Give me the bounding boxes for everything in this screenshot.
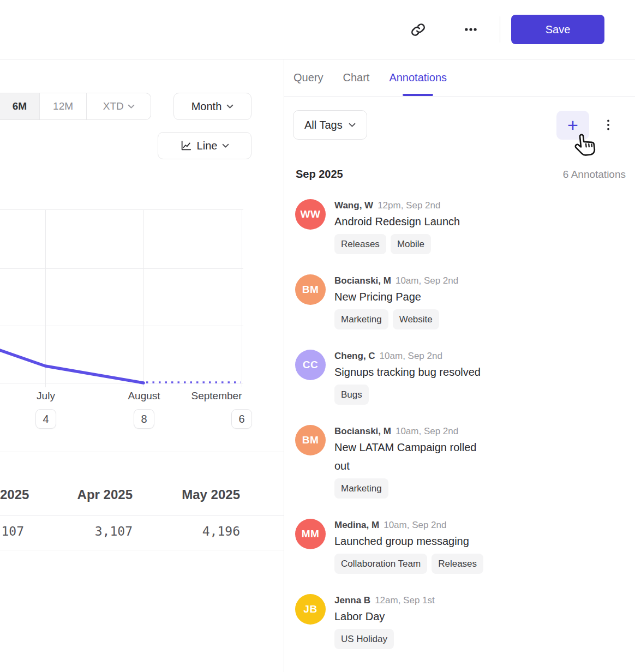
tag-filter-label: All Tags [304, 119, 343, 131]
annotation-item[interactable]: MMMedina, M10am, Sep 2ndLaunched group m… [295, 519, 626, 574]
table-cell-value: 4,196 [0, 524, 240, 538]
more-options-button[interactable] [459, 17, 483, 41]
x-axis-label: September [191, 390, 242, 402]
tab-label: Query [293, 71, 323, 84]
panel-tabs: QueryChartAnnotations [284, 59, 635, 97]
annotation-timestamp: 10am, Sep 2nd [396, 275, 458, 286]
range-option-xtd[interactable]: XTD [87, 93, 151, 119]
annotation-count-badge[interactable]: 8 [134, 409, 154, 429]
annotation-content: Bocianski, M10am, Sep 2ndNew LATAM Campa… [334, 425, 487, 499]
ellipsis-icon [464, 22, 478, 37]
annotation-meta-row: Medina, M10am, Sep 2nd [334, 519, 483, 532]
avatar: CC [295, 350, 326, 380]
x-axis-label: July [37, 390, 55, 402]
chevron-down-icon [349, 123, 356, 128]
main-split: 6M12MXTD Month Line JulyAugustSeptember … [0, 59, 635, 672]
annotation-meta-row: Wang, W12pm, Sep 2nd [334, 199, 460, 212]
annotation-item[interactable]: JBJenna B12am, Sep 1stLabor DayUS Holida… [295, 594, 626, 649]
annotation-item[interactable]: CCCheng, C10am, Sep 2ndSignups tracking … [295, 350, 626, 405]
tab-annotations[interactable]: Annotations [389, 59, 447, 96]
annotation-item[interactable]: BMBocianski, M10am, Sep 2ndNew LATAM Cam… [295, 425, 626, 499]
avatar: JB [295, 594, 326, 625]
annotation-tags: Marketing [334, 478, 487, 499]
annotation-content: Medina, M10am, Sep 2ndLaunched group mes… [334, 519, 483, 574]
annotation-item[interactable]: WWWang, W12pm, Sep 2ndAndroid Redesign L… [295, 199, 626, 254]
annotation-item[interactable]: BMBocianski, M10am, Sep 2ndNew Pricing P… [295, 274, 626, 329]
chevron-down-icon [222, 143, 229, 148]
annotation-tags: Bugs [334, 385, 481, 405]
tab-label: Annotations [389, 71, 447, 84]
granularity-dropdown[interactable]: Month [173, 93, 251, 120]
chevron-down-icon [128, 104, 135, 109]
header-divider [500, 16, 500, 43]
range-option-6m[interactable]: 6M [0, 93, 40, 119]
annotation-title: Launched group messaging [334, 532, 483, 550]
range-option-12m[interactable]: 12M [40, 93, 87, 119]
link-icon [411, 22, 426, 37]
chart-type-label: Line [197, 140, 218, 152]
annotation-author: Medina, M [334, 520, 379, 530]
range-option-label: XTD [103, 100, 124, 112]
annotation-title: Labor Day [334, 607, 435, 626]
tab-query[interactable]: Query [293, 59, 323, 96]
annotation-tag[interactable]: Releases [432, 554, 483, 574]
chevron-down-icon [226, 104, 233, 109]
annotation-content: Cheng, C10am, Sep 2ndSignups tracking bu… [334, 350, 481, 405]
annotation-tag[interactable]: Collaboration Team [334, 554, 427, 574]
annotation-tag[interactable]: Marketing [334, 478, 388, 499]
line-chart-icon [180, 140, 192, 152]
line-chart [0, 209, 243, 391]
annotation-tag[interactable]: Releases [334, 234, 386, 254]
annotation-content: Bocianski, M10am, Sep 2ndNew Pricing Pag… [334, 274, 458, 329]
annotation-author: Wang, W [334, 200, 373, 211]
annotation-timestamp: 12pm, Sep 2nd [378, 200, 440, 211]
annotation-title: Signups tracking bug resolved [334, 363, 481, 381]
annotation-meta-row: Jenna B12am, Sep 1st [334, 594, 435, 607]
annotation-count-badge[interactable]: 6 [231, 409, 252, 429]
annotation-title: New LATAM Campaign rolled out [334, 438, 487, 475]
range-option-label: 6M [13, 100, 27, 112]
annotation-tags: Collaboration TeamReleases [334, 554, 483, 574]
avatar: MM [295, 519, 326, 549]
save-button[interactable]: Save [511, 15, 604, 44]
table-divider [0, 515, 284, 516]
section-month-label: Sep 2025 [296, 168, 343, 181]
section-count-label: 6 Annotations [563, 169, 626, 181]
annotation-tags: MarketingWebsite [334, 309, 458, 329]
x-axis-label: August [128, 390, 160, 402]
active-tab-underline [403, 94, 433, 96]
annotation-timestamp: 10am, Sep 2nd [384, 520, 446, 530]
annotation-author: Bocianski, M [334, 426, 391, 436]
table-divider [0, 550, 284, 550]
annotation-tags: US Holiday [334, 629, 435, 649]
annotation-tag[interactable]: Mobile [391, 234, 431, 254]
chart-panel: 6M12MXTD Month Line JulyAugustSeptember … [0, 59, 284, 672]
annotations-toolbar: All Tags + [284, 110, 635, 140]
annotation-tag[interactable]: Website [393, 309, 439, 329]
copy-link-button[interactable] [406, 17, 430, 41]
chart-type-dropdown[interactable]: Line [158, 132, 251, 159]
annotation-tag[interactable]: US Holiday [334, 629, 394, 649]
annotation-meta-row: Bocianski, M10am, Sep 2nd [334, 274, 458, 287]
annotation-author: Bocianski, M [334, 275, 391, 286]
tab-label: Chart [343, 71, 369, 84]
annotation-author: Cheng, C [334, 351, 375, 361]
annotation-meta-row: Bocianski, M10am, Sep 2nd [334, 425, 487, 438]
annotation-tag[interactable]: Bugs [334, 385, 369, 405]
annotation-count-badge[interactable]: 4 [35, 409, 56, 429]
avatar: BM [295, 425, 326, 455]
avatar: BM [295, 274, 326, 305]
granularity-label: Month [191, 100, 222, 113]
annotation-title: New Pricing Page [334, 287, 458, 306]
add-annotation-button[interactable]: + [556, 111, 589, 140]
top-header: Save [0, 0, 635, 59]
annotations-menu-button[interactable] [601, 113, 615, 137]
annotation-tag[interactable]: Marketing [334, 309, 388, 329]
annotation-timestamp: 12am, Sep 1st [375, 595, 435, 605]
range-option-label: 12M [53, 100, 73, 112]
annotations-section-header: Sep 2025 6 Annotations [284, 168, 635, 181]
annotation-timestamp: 10am, Sep 2nd [380, 351, 442, 361]
annotation-list: WWWang, W12pm, Sep 2ndAndroid Redesign L… [284, 199, 635, 649]
tab-chart[interactable]: Chart [343, 59, 369, 96]
tag-filter-dropdown[interactable]: All Tags [293, 110, 367, 140]
